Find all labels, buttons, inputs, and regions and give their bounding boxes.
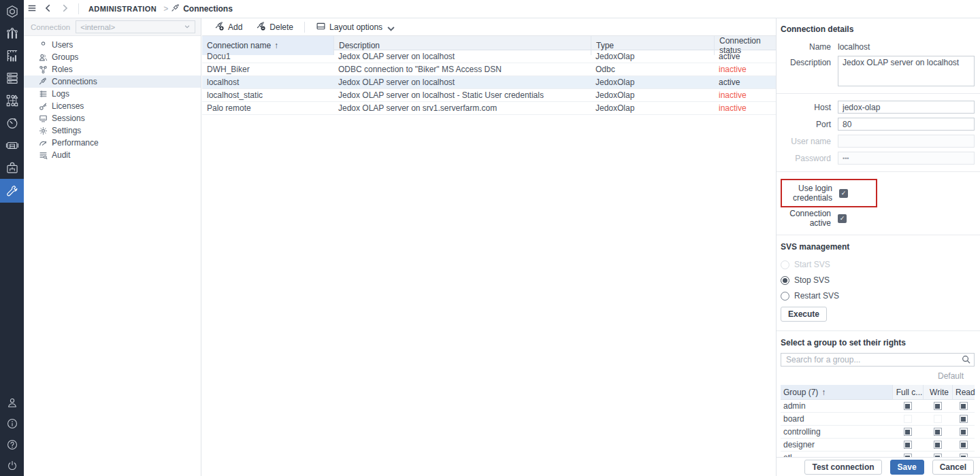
read-checkbox[interactable] [960,402,968,410]
rail-item-analytics[interactable] [0,22,24,44]
nav-groups-icon [38,52,48,62]
use-login-checkbox[interactable]: ✓ [839,189,848,198]
execute-button[interactable]: Execute [781,307,827,322]
rail-item-power[interactable] [0,455,24,476]
connection-active-checkbox[interactable]: ✓ [838,214,847,223]
menu-button[interactable] [24,0,40,18]
full-checkbox[interactable] [904,428,912,436]
breadcrumb-section[interactable]: ADMINISTRATION [88,5,157,13]
add-connection-button[interactable]: Add [208,18,249,36]
table-row[interactable]: DWH_BikerODBC connection to "Biker" MS A… [202,63,776,76]
hamburger-icon [27,3,37,15]
cell-status: inactive [714,89,776,101]
radio-icon [781,292,789,301]
full-checkbox[interactable] [904,402,912,410]
radio-stop-svs[interactable]: Stop SVS [781,275,975,285]
column-header-group[interactable]: Group (7)↑ [781,385,892,399]
rail-item-info[interactable] [0,413,24,434]
cell-status: inactive [714,63,776,75]
cell-name: DWH_Biker [202,63,333,75]
forward-button[interactable] [56,0,73,18]
port-row: Port [781,118,975,131]
sidebar-item-settings[interactable]: Settings [24,124,201,137]
sidebar-item-performance[interactable]: ›Performance [24,137,201,149]
cell-status: active [714,76,776,88]
write-checkbox[interactable] [934,428,942,436]
host-field[interactable] [838,101,975,114]
radio-restart-svs[interactable]: Restart SVS [781,291,975,301]
main-content: Add Delete Layout options Connection nam… [202,18,776,476]
breadcrumb-page[interactable]: Connections [171,3,233,14]
top-bar: ADMINISTRATION > Connections [24,0,980,18]
sidebar-item-licenses[interactable]: Licenses [24,100,201,112]
reports-icon [5,49,19,63]
column-header-full-control[interactable]: Full c... [892,385,923,399]
name-label: Name [781,42,838,52]
layout-options-button[interactable]: Layout options [309,18,399,36]
search-icon[interactable] [962,355,970,364]
read-checkbox[interactable] [960,428,968,436]
rail-item-user[interactable] [0,392,24,413]
port-field[interactable] [838,118,975,131]
connection-details-panel: Connection details Name localhost Descri… [776,18,980,476]
rail-item-scheduler[interactable] [0,112,24,134]
full-checkbox[interactable] [904,415,912,423]
sidebar-item-users[interactable]: Users [24,39,201,51]
column-header-write[interactable]: Write [923,385,952,399]
admin-nav-panel: Connection <internal> UsersGroupsRolesCo… [24,18,201,476]
delete-connection-button[interactable]: Delete [249,18,300,36]
table-row[interactable]: Palo remoteJedox OLAP server on srv1.ser… [202,102,776,115]
password-row: Password [781,152,975,165]
group-search-input[interactable] [781,353,975,367]
nav-performance-icon [38,138,48,148]
sort-ascending-icon: ↑ [274,41,278,50]
write-checkbox[interactable] [934,441,942,449]
sidebar-item-connections[interactable]: Connections [24,75,201,88]
sidebar-item-audit[interactable]: Audit [24,149,201,161]
table-row[interactable]: localhost_staticJedox OLAP server on loc… [202,89,776,102]
port-label: Port [781,120,838,129]
use-login-label: Use login credentials [782,184,839,203]
description-row: Description Jedox OLAP server on localho… [781,56,975,86]
rail-item-logo[interactable] [0,1,24,22]
back-button[interactable] [40,0,56,18]
cancel-button[interactable]: Cancel [932,460,974,475]
table-row[interactable]: Docu1Jedox OLAP server on localhostJedox… [202,50,776,63]
layout-options-label: Layout options [329,22,382,32]
checkbox-fill [935,430,940,435]
connection-active-label: Connection active [781,209,838,228]
rail-item-database[interactable] [0,67,24,89]
column-header-read[interactable]: Read [952,385,975,399]
radio-label: Start SVS [794,260,830,269]
sidebar-item-sessions[interactable]: Sessions [24,112,201,124]
rail-item-administration[interactable] [0,179,24,203]
rail-item-help[interactable] [0,434,24,455]
username-field [838,135,975,148]
nav-key-icon [38,101,48,111]
connection-filter-dropdown[interactable]: <internal> [76,20,195,33]
full-checkbox[interactable] [904,441,912,449]
checkbox-fill [961,443,966,447]
rail-item-integrator[interactable] [0,134,24,156]
sidebar-item-logs[interactable]: Logs [24,88,201,100]
rail-item-reports[interactable] [0,44,24,67]
read-checkbox[interactable] [960,441,968,449]
rail-item-modeler[interactable] [0,89,24,112]
plug-delete-icon [256,21,266,33]
checkbox-fill [905,404,910,409]
table-row[interactable]: localhostJedox OLAP server on localhostJ… [202,76,776,89]
cell-status: inactive [714,102,776,114]
read-checkbox[interactable] [960,415,968,423]
chevron-right-icon[interactable]: › [52,139,58,147]
group-row: designer [781,439,975,452]
write-checkbox[interactable] [934,402,942,410]
rail-item-marketplace[interactable] [0,156,24,179]
description-field[interactable]: Jedox OLAP server on localhost [838,56,975,86]
save-button[interactable]: Save [890,460,924,475]
test-connection-button[interactable]: Test connection [804,460,881,475]
section-divider [777,235,980,235]
host-label: Host [781,103,838,112]
sidebar-item-groups[interactable]: Groups [24,51,201,63]
sidebar-item-roles[interactable]: Roles [24,63,201,75]
write-checkbox[interactable] [934,415,942,423]
